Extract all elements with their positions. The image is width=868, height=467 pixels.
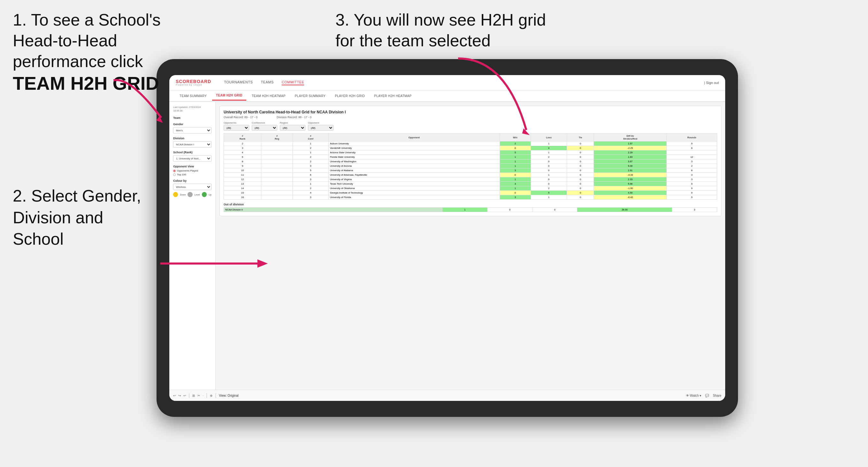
legend-level-label: Level: [194, 193, 200, 196]
cell-conf: 2: [293, 146, 329, 151]
cell-opponent: University of Arkansas, Fayetteville: [329, 173, 500, 177]
cell-diff: 3.67: [594, 159, 667, 164]
cell-opponent: University of Florida: [329, 195, 500, 200]
color-level: [188, 192, 192, 197]
toolbar-redo[interactable]: ↪: [178, 394, 181, 397]
filter-opponents: Opponents: (All): [224, 121, 249, 131]
cell-rounds: 9: [666, 195, 717, 200]
table-row: 4 1 Arizona State University 5 1 0 2.29: [224, 151, 717, 155]
nav-committee[interactable]: COMMITTEE: [282, 80, 305, 85]
colour-by-label: Colour by: [173, 179, 212, 182]
out-of-div-rounds: 3: [672, 208, 717, 212]
cell-opponent: Florida State University: [329, 155, 500, 159]
cell-loss: 1: [531, 195, 567, 200]
cell-rank: 10: [224, 168, 261, 173]
toolbar-share[interactable]: Share: [713, 394, 721, 397]
cell-diff: -1.00: [594, 186, 667, 191]
bottom-toolbar: ↩ ↪ ↩ | ⊞ ✂ · | ⊕ | View: Original 👁 Wat…: [169, 390, 725, 401]
cell-diff: 2.29: [594, 151, 667, 155]
cell-reg: [261, 173, 292, 177]
toolbar-cut[interactable]: ✂: [197, 394, 200, 397]
radio-dot-checked: [173, 169, 176, 172]
toolbar-dot[interactable]: ·: [203, 394, 204, 397]
cell-tie: 0: [567, 146, 594, 151]
cell-win: 1: [500, 186, 531, 191]
cell-win: 1: [500, 155, 531, 159]
nav-sign-out[interactable]: | Sign out: [704, 81, 719, 85]
school-select[interactable]: 1. University of Nort...: [173, 155, 212, 162]
cell-diff: 2.61: [594, 168, 667, 173]
overall-record: Overall Record: 89 - 17 - 0: [224, 116, 257, 119]
opponent-filter-label: Opponent: [308, 121, 334, 124]
cell-rounds: [666, 151, 717, 155]
cell-rounds: 3: [666, 177, 717, 182]
tab-player-summary[interactable]: PLAYER SUMMARY: [291, 92, 330, 100]
cell-conf: 3: [293, 195, 329, 200]
tab-team-h2h-grid[interactable]: TEAM H2H GRID: [212, 91, 246, 101]
cell-diff: -2.29: [594, 146, 667, 151]
cell-win: 0: [500, 191, 531, 195]
cell-conf: 5: [293, 168, 329, 173]
cell-rank: 14: [224, 186, 261, 191]
cell-win: 2: [500, 142, 531, 146]
toolbar-comment[interactable]: 💬: [705, 394, 709, 397]
cell-rounds: 8: [666, 168, 717, 173]
cell-conf: 2: [293, 186, 329, 191]
color-legend: Down Level Up: [173, 192, 212, 197]
gender-select[interactable]: Men's: [173, 127, 212, 133]
left-panel: Last Updated: 27/03/2024 16:55:38 Team G…: [169, 102, 216, 390]
cell-loss: 1: [531, 151, 567, 155]
timestamp: Last Updated: 27/03/2024 16:55:38: [173, 106, 212, 113]
data-table: #Rank #Reg #Conf Opponent Win Loss Tie D…: [224, 133, 717, 200]
opponents-select[interactable]: (All): [224, 125, 249, 131]
cell-rounds: 2: [666, 164, 717, 168]
division-select[interactable]: NCAA Division I: [173, 141, 212, 148]
toolbar-clock[interactable]: ⊕: [210, 394, 212, 397]
cell-conf: 6: [293, 173, 329, 177]
tab-player-h2h-grid[interactable]: PLAYER H2H GRID: [331, 92, 369, 100]
cell-loss: 0: [531, 168, 567, 173]
conference-select[interactable]: (All): [252, 125, 277, 131]
cell-rank: 8: [224, 159, 261, 164]
out-of-division-row: NCAA Division II 1 0 0 26.00 3: [224, 208, 717, 212]
division-record: Division Record: 88 - 17 - 0: [277, 116, 311, 119]
toolbar-back[interactable]: ↩: [183, 394, 186, 397]
cell-conf: 1: [293, 142, 329, 146]
cell-opponent: University of Arizona: [329, 164, 500, 168]
gender-label: Gender: [173, 123, 212, 126]
tab-player-h2h-heatmap[interactable]: PLAYER H2H HEATMAP: [370, 92, 415, 100]
table-row: 16 3 University of Florida 3 1 0 -6.42 9: [224, 195, 717, 200]
cell-opponent: University of Virginia: [329, 177, 500, 182]
cell-win: 0: [500, 173, 531, 177]
cell-tie: 0: [567, 195, 594, 200]
school-label: School (Rank): [173, 151, 212, 154]
cell-diff: 4.50: [594, 191, 667, 195]
toolbar-grid[interactable]: ⊞: [192, 394, 195, 397]
arrow-step1: [102, 73, 173, 125]
cell-rank: 4: [224, 151, 261, 155]
table-row: 11 6 University of Arkansas, Fayettevill…: [224, 173, 717, 177]
toolbar-watch[interactable]: 👁 Watch ▾: [686, 394, 702, 397]
nav-tournaments[interactable]: TOURNAMENTS: [224, 80, 253, 85]
cell-rank: 16: [224, 195, 261, 200]
cell-diff: 1.67: [594, 142, 667, 146]
cell-conf: 1: [293, 151, 329, 155]
opponent-filter-select[interactable]: (All): [308, 125, 334, 131]
cell-loss: 2: [531, 186, 567, 191]
arrow-step3: [438, 51, 540, 137]
radio-opponents-played[interactable]: Opponents Played: [173, 169, 212, 172]
cell-opponent: Vanderbilt University: [329, 146, 500, 151]
opponent-view-label: Opponent View: [173, 165, 212, 168]
tab-team-h2h-heatmap[interactable]: TEAM H2H HEATMAP: [248, 92, 289, 100]
toolbar-undo[interactable]: ↩: [173, 394, 176, 397]
cell-loss: 5: [531, 191, 567, 195]
colour-select[interactable]: Win/loss: [173, 184, 212, 190]
cell-opponent: University of Oklahoma: [329, 186, 500, 191]
cell-reg: [261, 142, 292, 146]
cell-opponent: Auburn University: [329, 142, 500, 146]
nav-teams[interactable]: TEAMS: [261, 80, 274, 85]
cell-rank: 6: [224, 155, 261, 159]
radio-top-100[interactable]: Top 100: [173, 173, 212, 176]
cell-reg: [261, 155, 292, 159]
region-select[interactable]: (All): [280, 125, 305, 131]
